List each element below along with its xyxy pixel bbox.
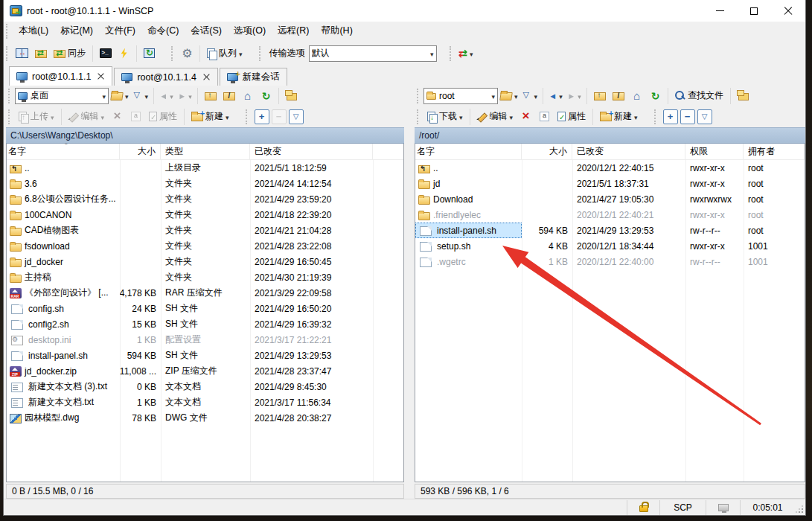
panel-splitter[interactable] — [404, 86, 415, 499]
local-tree-button[interactable] — [282, 86, 301, 105]
column-header-size[interactable]: 大小 — [120, 144, 161, 159]
file-row[interactable]: jd_docker.zip11,008 ...ZIP 压缩文件2021/4/28… — [7, 363, 403, 379]
file-row[interactable]: 园林模型.dwg78 KBDWG 文件2021/4/28 20:38:27 — [7, 410, 403, 426]
file-row[interactable]: .wgetrc1 KB2020/12/1 22:40:00rw-r--r--10… — [415, 254, 805, 269]
file-row[interactable]: 新建文本文档.txt1 KB文本文档2021/3/17 11:56:34 — [7, 394, 403, 410]
session-duration[interactable]: 0:05:01 — [740, 500, 795, 515]
file-row[interactable]: config2.sh15 KBSH 文件2021/4/29 16:39:32 — [7, 316, 403, 332]
menu-item-remote[interactable]: 远程(R) — [272, 22, 315, 40]
find-files-button[interactable]: 查找文件 — [671, 86, 727, 105]
local-forward-button[interactable] — [176, 86, 194, 105]
remote-new-button[interactable]: 新建 — [596, 107, 642, 126]
column-header-name[interactable]: 名字 — [415, 144, 522, 159]
remote-tree-button[interactable] — [734, 86, 752, 105]
menu-item-help[interactable]: 帮助(H) — [315, 22, 358, 40]
column-header-type[interactable]: 类型 — [161, 144, 250, 159]
local-selection-filter-button[interactable] — [289, 109, 304, 124]
resize-grip[interactable] — [795, 500, 805, 515]
file-row[interactable]: 新建文本文档 (3).txt0 KB文本文档2021/4/29 8:45:30 — [7, 379, 403, 394]
file-row[interactable]: 6.8公顷公园设计任务...文件夹2021/4/29 23:59:20 — [7, 191, 403, 207]
file-row[interactable]: CAD植物图表文件夹2021/4/21 21:04:28 — [7, 223, 403, 238]
file-row[interactable]: ..上级目录2021/5/1 18:12:59 — [7, 160, 403, 176]
compare-directories-button[interactable] — [13, 44, 31, 63]
title-bar[interactable]: root - root@10.1.1.1 - WinSCP — [4, 0, 805, 22]
preferences-button[interactable] — [178, 44, 196, 63]
transfer-settings-select[interactable]: 默认 — [309, 45, 437, 62]
local-properties-button[interactable]: 属性 — [145, 107, 181, 126]
synchronize-button[interactable]: 同步 — [50, 44, 89, 63]
remote-properties-button[interactable]: 属性 — [554, 107, 589, 126]
column-header-changed[interactable]: 已改变 — [572, 144, 685, 159]
local-root-directory-button[interactable] — [220, 86, 238, 105]
local-path-bar[interactable]: C:\Users\Wangz\Desktop\ — [6, 127, 404, 144]
remote-select-remove-button[interactable] — [680, 109, 695, 124]
file-row[interactable]: .friendlyelec2020/12/1 22:40:21rwxr-xr-x… — [415, 207, 805, 223]
menu-item-mark[interactable]: 标记(M) — [54, 22, 99, 40]
menu-item-local[interactable]: 本地(L) — [13, 22, 54, 40]
tab-close-icon[interactable] — [202, 73, 211, 81]
transfer-mode-button[interactable] — [456, 44, 476, 63]
remote-home-button[interactable] — [627, 86, 646, 105]
local-open-directory-button[interactable] — [109, 86, 131, 105]
file-row[interactable]: desktop.ini1 KB配置设置2021/3/17 21:22:21 — [7, 332, 403, 348]
queue-button[interactable]: 队列 — [203, 44, 246, 63]
file-row[interactable]: jd_docker文件夹2021/4/29 16:50:45 — [7, 254, 403, 269]
menu-item-file[interactable]: 文件(F) — [99, 22, 141, 40]
remote-edit-button[interactable]: 编辑 — [473, 107, 517, 126]
file-row[interactable]: 《外部空间设计》 [...4,178 KBRAR 压缩文件2021/3/29 2… — [7, 285, 403, 301]
local-delete-button[interactable] — [108, 107, 127, 126]
file-row[interactable]: 主持稿文件夹2021/4/30 21:19:39 — [7, 269, 403, 285]
column-header-owner[interactable]: 拥有者 — [744, 144, 805, 159]
synchronize-browsing-button[interactable] — [31, 44, 50, 63]
menu-item-command[interactable]: 命令(C) — [141, 22, 185, 40]
file-row[interactable]: fsdownload文件夹2021/4/28 23:22:08 — [7, 238, 403, 254]
minimize-button[interactable] — [703, 0, 737, 22]
file-row[interactable]: install-panel.sh594 KB2021/4/29 13:29:53… — [415, 223, 805, 238]
maximize-button[interactable] — [737, 0, 771, 22]
close-button[interactable] — [771, 0, 805, 22]
local-home-button[interactable] — [238, 86, 257, 105]
file-row[interactable]: Download2021/4/27 19:05:30rwxrwxrwxroot — [415, 191, 805, 207]
open-console-button[interactable] — [115, 44, 133, 63]
remote-filter-button[interactable] — [520, 86, 540, 105]
local-rename-button[interactable] — [127, 107, 145, 126]
remote-open-directory-button[interactable] — [498, 86, 520, 105]
menu-item-session[interactable]: 会话(S) — [185, 22, 228, 40]
local-directory-selector[interactable]: 桌面 — [15, 88, 109, 104]
remote-path-bar[interactable]: /root/ — [415, 127, 805, 144]
local-filter-button[interactable] — [131, 86, 151, 105]
upload-button[interactable]: 上传 — [15, 107, 58, 126]
remote-refresh-button[interactable] — [646, 86, 665, 105]
menu-item-options[interactable]: 选项(O) — [228, 22, 272, 40]
file-row[interactable]: ..2020/12/1 22:40:15rwxr-xr-xroot — [415, 160, 805, 176]
tab-session-10-1-1-4[interactable]: root@10.1.1.4 — [114, 68, 217, 86]
remote-parent-directory-button[interactable] — [590, 86, 609, 105]
protocol-indicator[interactable]: SCP — [659, 500, 706, 515]
tab-close-icon[interactable] — [97, 72, 105, 80]
column-header-changed[interactable]: 已改变 — [250, 144, 373, 159]
local-refresh-button[interactable] — [257, 86, 275, 105]
column-header-size[interactable]: 大小 — [522, 144, 572, 159]
local-parent-directory-button[interactable] — [201, 86, 220, 105]
file-row[interactable]: jd2021/5/1 18:37:31rwxr-xr-xroot — [415, 176, 805, 191]
server-indicator[interactable] — [706, 500, 740, 515]
file-row[interactable]: 100CANON文件夹2021/4/18 22:39:20 — [7, 207, 403, 223]
remote-root-directory-button[interactable] — [609, 86, 627, 105]
download-button[interactable]: 下载 — [423, 107, 467, 126]
remote-forward-button[interactable] — [565, 86, 584, 105]
file-row[interactable]: config.sh24 KBSH 文件2021/4/29 16:50:20 — [7, 301, 403, 316]
remote-select-add-button[interactable] — [663, 109, 678, 124]
file-row[interactable]: setup.sh4 KB2020/12/1 18:34:44rwxr-xr-x1… — [415, 238, 805, 254]
remote-rename-button[interactable] — [535, 107, 554, 126]
column-header-permissions[interactable]: 权限 — [685, 144, 744, 159]
local-new-button[interactable]: 新建 — [188, 107, 233, 126]
tab-new-session[interactable]: 新建会话 — [220, 68, 287, 86]
refresh-session-button[interactable] — [140, 44, 159, 63]
file-row[interactable]: install-panel.sh594 KBSH 文件2021/4/29 13:… — [7, 348, 403, 363]
remote-selection-filter-button[interactable] — [697, 109, 712, 124]
local-edit-button[interactable]: 编辑 — [65, 107, 109, 126]
local-select-remove-button[interactable] — [272, 109, 287, 124]
local-select-add-button[interactable] — [255, 109, 269, 124]
file-row[interactable]: 3.6文件夹2021/4/24 14:12:54 — [7, 176, 403, 191]
tab-session-10-1-1-1[interactable]: root@10.1.1.1 — [9, 66, 112, 86]
